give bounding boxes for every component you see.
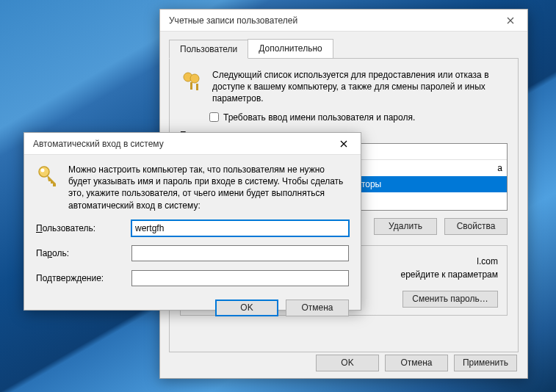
key-icon: [36, 164, 59, 211]
user-label: Пользователь:: [36, 223, 124, 233]
ok-button[interactable]: OK: [215, 300, 278, 316]
password-field[interactable]: [131, 245, 349, 261]
apply-button[interactable]: Применить: [454, 355, 517, 371]
close-icon: [340, 140, 347, 148]
title-bar: Автоматический вход в систему: [24, 133, 361, 155]
remove-button[interactable]: Удалить: [374, 218, 437, 235]
username-field[interactable]: [131, 220, 349, 236]
svg-rect-2: [190, 82, 192, 90]
confirm-password-field[interactable]: [131, 270, 349, 286]
close-icon: [507, 17, 514, 24]
confirm-label: Подтверждение:: [36, 273, 124, 283]
require-credentials-checkbox[interactable]: [209, 112, 219, 122]
intro-text: Можно настроить компьютер так, что польз…: [68, 164, 349, 211]
cancel-button[interactable]: Отмена: [286, 300, 349, 316]
dialog-title: Автоматический вход в систему: [33, 139, 164, 149]
svg-point-1: [190, 74, 199, 83]
tab-advanced[interactable]: Дополнительно: [248, 39, 333, 58]
tab-users[interactable]: Пользователи: [169, 40, 248, 59]
svg-point-5: [41, 169, 45, 173]
svg-rect-3: [196, 84, 198, 90]
title-bar: Учетные записи пользователей: [160, 10, 527, 32]
require-credentials-label: Требовать ввод имени пользователя и паро…: [223, 112, 415, 123]
dialog-bottom-bar: OK Отмена Применить: [160, 347, 527, 378]
tab-strip: Пользователи Дополнительно: [169, 39, 519, 59]
intro-text: Следующий список используется для предос…: [212, 69, 508, 105]
change-password-button[interactable]: Сменить пароль…: [402, 291, 498, 308]
close-button[interactable]: [494, 10, 527, 31]
svg-point-4: [39, 167, 49, 177]
close-button[interactable]: [327, 133, 361, 154]
password-label: Пароль:: [36, 248, 124, 258]
auto-logon-dialog: Автоматический вход в систему Можно наст…: [24, 132, 361, 311]
dialog-title: Учетные записи пользователей: [169, 15, 297, 26]
users-keys-icon: [180, 69, 203, 95]
cancel-button[interactable]: Отмена: [385, 355, 448, 371]
properties-button[interactable]: Свойства: [444, 218, 508, 235]
ok-button[interactable]: OK: [316, 355, 379, 371]
